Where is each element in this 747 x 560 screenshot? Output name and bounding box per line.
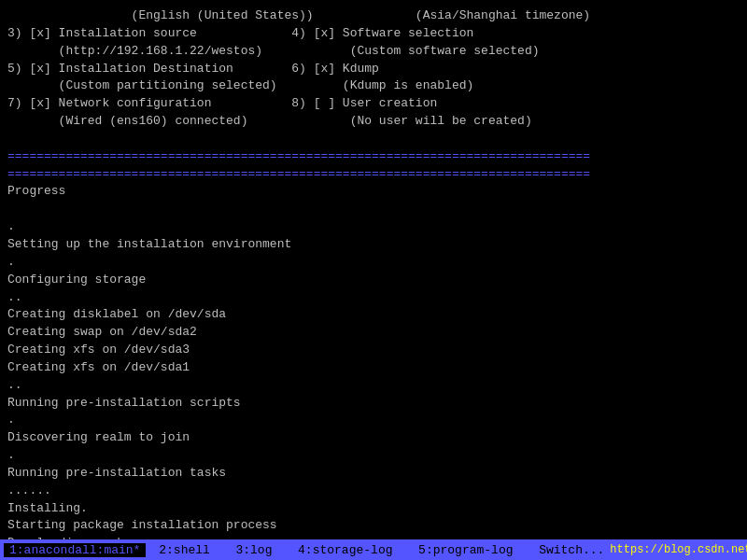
- status-tabs: 1:anacondall:main* 2:shell 3:log 4:stora…: [4, 543, 610, 557]
- line-progress-label: Progress: [7, 183, 740, 201]
- line-xfs-sda1: Creating xfs on /dev/sda1: [7, 359, 740, 377]
- line-dots-2: ..: [7, 377, 740, 395]
- tab-anaconda-main[interactable]: 1:anacondall:main*: [4, 543, 146, 557]
- watermark: https://blog.csdn.net/ninimino: [610, 543, 747, 556]
- line-dots-3: ......: [7, 483, 740, 500]
- line-dot-2: .: [7, 254, 740, 272]
- line-3: (http://192.168.1.22/westos) (Custom sof…: [7, 43, 740, 61]
- separator-1: ========================================…: [7, 148, 740, 166]
- line-xfs-sda3: Creating xfs on /dev/sda3: [7, 342, 740, 359]
- line-4: 5) [x] Installation Destination 6) [x] K…: [7, 61, 740, 78]
- tab-log[interactable]: 3:log: [223, 543, 286, 557]
- line-blank-2: [7, 201, 740, 218]
- line-realm: Discovering realm to join: [7, 429, 740, 447]
- line-config-storage: Configuring storage: [7, 272, 740, 289]
- tab-switch[interactable]: Switch...: [526, 543, 610, 557]
- line-6: 7) [x] Network configuration 8) [ ] User…: [7, 95, 740, 113]
- line-dots-1: ..: [7, 289, 740, 307]
- line-setup-env: Setting up the installation environment: [7, 236, 740, 254]
- line-5: (Custom partitioning selected) (Kdump is…: [7, 77, 740, 95]
- line-1: (English (United States)) (Asia/Shanghai…: [7, 7, 740, 25]
- status-bar: 1:anacondall:main* 2:shell 3:log 4:stora…: [0, 539, 747, 560]
- separator-2: ========================================…: [7, 166, 740, 184]
- line-dot-1: .: [7, 218, 740, 236]
- line-2: 3) [x] Installation source 4) [x] Softwa…: [7, 25, 740, 43]
- line-7: (Wired (ens160) connected) (No user will…: [7, 113, 740, 131]
- terminal-window: (English (United States)) (Asia/Shanghai…: [0, 0, 747, 560]
- line-blank-1: [7, 131, 740, 148]
- tab-storage-log[interactable]: 4:storage-log: [285, 543, 405, 557]
- line-swap: Creating swap on /dev/sda2: [7, 324, 740, 342]
- line-pre-scripts: Running pre-installation scripts: [7, 395, 740, 413]
- line-dot-3: .: [7, 412, 740, 429]
- line-pre-tasks: Running pre-installation tasks: [7, 465, 740, 483]
- tab-shell[interactable]: 2:shell: [146, 543, 222, 557]
- line-installing: Installing.: [7, 500, 740, 518]
- line-starting-pkg: Starting package installation process: [7, 517, 740, 535]
- terminal-content: (English (United States)) (Asia/Shanghai…: [6, 4, 741, 560]
- tab-program-log[interactable]: 5:program-log: [405, 543, 526, 557]
- line-dot-4: .: [7, 447, 740, 465]
- line-disklabel: Creating disklabel on /dev/sda: [7, 306, 740, 324]
